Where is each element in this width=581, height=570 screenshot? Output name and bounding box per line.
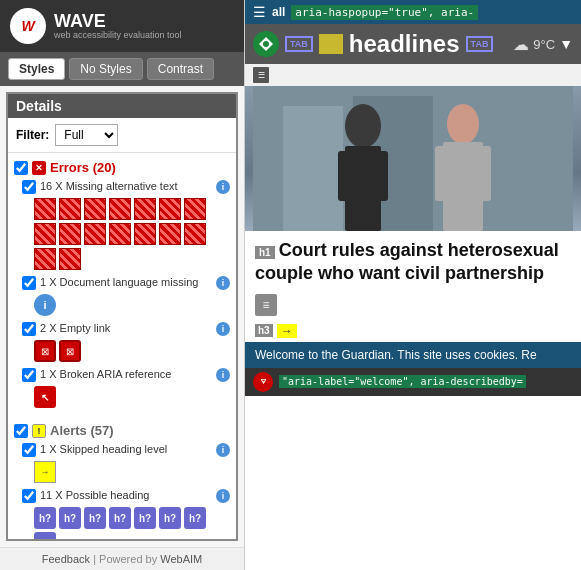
err-icon-15[interactable] (34, 248, 56, 270)
webaim-link[interactable]: WebAIM (160, 553, 202, 565)
err-icon-5[interactable] (134, 198, 156, 220)
item-empty-link-checkbox[interactable] (22, 322, 36, 336)
broken-aria-icon[interactable]: ↖ (34, 386, 56, 408)
details-panel: Details Filter: Full Errors Alerts ✕ Err… (6, 92, 238, 541)
item-missing-alt-info[interactable]: i (216, 180, 230, 194)
bottom-red-icon: ⛛ (253, 372, 273, 392)
alerts-section: ! Alerts (57) 1 X Skipped heading level … (8, 416, 236, 541)
svg-rect-8 (373, 151, 388, 201)
err-icon-6[interactable] (159, 198, 181, 220)
doc-lang-icon[interactable]: i (34, 294, 56, 316)
tab-contrast[interactable]: Contrast (147, 58, 214, 80)
headline-section: h1Court rules against heterosexual coupl… (245, 231, 581, 290)
possible-heading-icon-6[interactable]: h? (159, 507, 181, 529)
err-icon-7[interactable] (184, 198, 206, 220)
tab-styles[interactable]: Styles (8, 58, 65, 80)
menu-icon[interactable]: ☰ (253, 67, 269, 83)
possible-heading-icon-8[interactable]: h? (34, 532, 56, 541)
item-broken-aria-checkbox[interactable] (22, 368, 36, 382)
wave-subtitle: web accessibility evaluation tool (54, 30, 182, 41)
alerts-checkbox[interactable] (14, 424, 28, 438)
site-header: TAB headlines TAB ☁ 9°C ▼ (245, 24, 581, 64)
svg-point-0 (263, 41, 269, 47)
filter-select[interactable]: Full Errors Alerts (55, 124, 118, 146)
err-icon-3[interactable] (84, 198, 106, 220)
broken-aria-icons: ↖ (14, 384, 230, 412)
svg-rect-12 (477, 146, 491, 201)
empty-link-icon-1[interactable]: ⊠ (34, 340, 56, 362)
wave-title-block: WAVE web accessibility evaluation tool (54, 12, 182, 41)
errors-header: ✕ Errors (20) (14, 157, 230, 178)
skipped-heading-icon[interactable]: → (34, 461, 56, 483)
h3-badge: h3 (255, 324, 273, 337)
empty-link-icons: ⊠ ⊠ (14, 338, 230, 366)
err-icon-16[interactable] (59, 248, 81, 270)
possible-heading-icon-1[interactable]: h? (34, 507, 56, 529)
cloud-icon: ☁ (513, 35, 529, 54)
wave-logo: W (10, 8, 46, 44)
item-skipped-heading-info[interactable]: i (216, 443, 230, 457)
h3-arrow-icon: → (277, 324, 297, 338)
err-icon-2[interactable] (59, 198, 81, 220)
possible-heading-icon-4[interactable]: h? (109, 507, 131, 529)
tab-bar: Styles No Styles Contrast (0, 52, 244, 86)
item-doc-lang-checkbox[interactable] (22, 276, 36, 290)
site-sub-nav: ☰ (245, 64, 581, 86)
possible-heading-icons: h? h? h? h? h? h? h? h? (14, 505, 230, 541)
possible-heading-icon-5[interactable]: h? (134, 507, 156, 529)
item-possible-heading-label: 11 X Possible heading (40, 489, 212, 501)
item-broken-aria-info[interactable]: i (216, 368, 230, 382)
bottom-code: "aria-label="welcome", aria-describedby= (279, 375, 526, 388)
cookie-banner: Welcome to the Guardian. This site uses … (245, 342, 581, 368)
filter-row: Filter: Full Errors Alerts (8, 118, 236, 153)
h3-row: h3 → (245, 320, 581, 342)
errors-checkbox[interactable] (14, 161, 28, 175)
item-doc-lang-label: 1 X Document language missing (40, 276, 212, 288)
list-icon: ≡ (255, 294, 277, 316)
item-missing-alt: 16 X Missing alternative text i (14, 178, 230, 196)
svg-rect-7 (338, 151, 353, 201)
possible-heading-icon-3[interactable]: h? (84, 507, 106, 529)
item-possible-heading-info[interactable]: i (216, 489, 230, 503)
err-icon-12[interactable] (134, 223, 156, 245)
possible-heading-icon-7[interactable]: h? (184, 507, 206, 529)
h1-badge: h1 (255, 246, 275, 259)
weather-info: ☁ 9°C ▼ (513, 35, 573, 54)
svg-rect-2 (283, 106, 343, 231)
errors-title: Errors (20) (50, 160, 116, 175)
svg-rect-11 (435, 146, 449, 201)
item-empty-link: 2 X Empty link i (14, 320, 230, 338)
err-icon-11[interactable] (109, 223, 131, 245)
tab-no-styles[interactable]: No Styles (69, 58, 142, 80)
item-doc-lang: 1 X Document language missing i (14, 274, 230, 292)
panel-footer: Feedback | Powered by WebAIM (0, 547, 244, 570)
item-missing-alt-label: 16 X Missing alternative text (40, 180, 212, 192)
doc-lang-icons: i (14, 292, 230, 320)
err-icon-4[interactable] (109, 198, 131, 220)
footer-powered: Powered by (99, 553, 157, 565)
item-skipped-heading-checkbox[interactable] (22, 443, 36, 457)
hamburger-icon[interactable]: ☰ (253, 4, 266, 20)
alerts-icon: ! (32, 424, 46, 438)
svg-point-5 (345, 104, 381, 148)
err-icon-10[interactable] (84, 223, 106, 245)
article-persons-svg (253, 86, 573, 231)
item-possible-heading-checkbox[interactable] (22, 489, 36, 503)
feedback-link[interactable]: Feedback (42, 553, 90, 565)
item-doc-lang-info[interactable]: i (216, 276, 230, 290)
chevron-down-icon[interactable]: ▼ (559, 36, 573, 52)
list-icon-row: ≡ (245, 290, 581, 320)
item-possible-heading: 11 X Possible heading i (14, 487, 230, 505)
bottom-bar: ⛛ "aria-label="welcome", aria-describedb… (245, 368, 581, 396)
empty-link-icon-2[interactable]: ⊠ (59, 340, 81, 362)
item-missing-alt-checkbox[interactable] (22, 180, 36, 194)
item-empty-link-label: 2 X Empty link (40, 322, 212, 334)
err-icon-8[interactable] (34, 223, 56, 245)
possible-heading-icon-2[interactable]: h? (59, 507, 81, 529)
err-icon-1[interactable] (34, 198, 56, 220)
err-icon-9[interactable] (59, 223, 81, 245)
err-icon-14[interactable] (184, 223, 206, 245)
right-panel: ☰ all aria-haspopup="true", aria- TAB he… (245, 0, 581, 570)
item-empty-link-info[interactable]: i (216, 322, 230, 336)
err-icon-13[interactable] (159, 223, 181, 245)
